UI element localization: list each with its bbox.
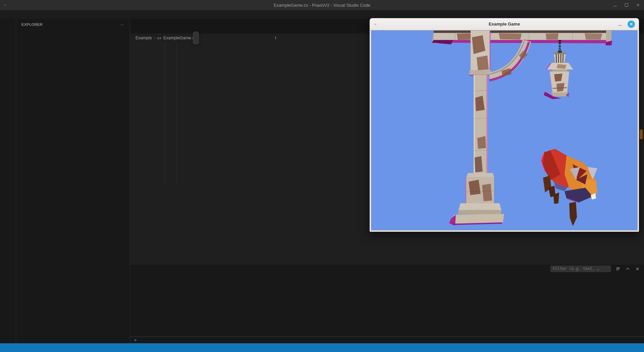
game-viewport bbox=[371, 30, 638, 230]
activity-bar bbox=[0, 19, 16, 343]
panel-maximize-icon[interactable] bbox=[625, 266, 630, 271]
console-filter-input[interactable] bbox=[550, 266, 611, 272]
menubar bbox=[0, 10, 644, 19]
explorer-sidebar: EXPLORER ⋯ bbox=[16, 19, 130, 343]
close-button[interactable]: × bbox=[636, 3, 640, 7]
debug-console[interactable] bbox=[130, 273, 644, 337]
breadcrumb-tail: t bbox=[275, 34, 276, 42]
explorer-title: EXPLORER bbox=[21, 23, 43, 27]
minimize-button[interactable] bbox=[613, 3, 617, 7]
vscode-window: › ExampleGame.cs - PraxisV2 - Visual Stu… bbox=[0, 0, 644, 352]
overview-ruler-marker bbox=[640, 130, 643, 139]
titlebar: › ExampleGame.cs - PraxisV2 - Visual Stu… bbox=[0, 0, 644, 10]
game-window-titlebar[interactable]: › Example Game ✕ bbox=[370, 18, 639, 30]
explorer-actions-icon[interactable]: ⋯ bbox=[120, 23, 124, 27]
window-title: ExampleGame.cs - PraxisV2 - Visual Studi… bbox=[0, 3, 644, 8]
scene-sky bbox=[371, 31, 638, 229]
status-bar bbox=[0, 343, 644, 352]
game-window-chevron-icon[interactable]: › bbox=[373, 24, 378, 25]
console-options-icon[interactable] bbox=[615, 266, 621, 271]
panel-close-icon[interactable] bbox=[635, 266, 640, 271]
bottom-panel: > bbox=[130, 264, 644, 343]
game-window-close-button[interactable]: ✕ bbox=[628, 20, 635, 28]
csharp-file-icon: C# bbox=[157, 36, 161, 40]
debug-console-prompt[interactable]: > bbox=[130, 337, 644, 343]
game-window-title: Example Game bbox=[489, 21, 520, 27]
game-scene bbox=[371, 31, 638, 229]
maximize-button[interactable] bbox=[625, 3, 629, 7]
game-window-minimize-button[interactable] bbox=[618, 22, 622, 26]
game-window: › Example Game ✕ bbox=[370, 18, 639, 232]
debug-toolbar bbox=[193, 32, 199, 44]
